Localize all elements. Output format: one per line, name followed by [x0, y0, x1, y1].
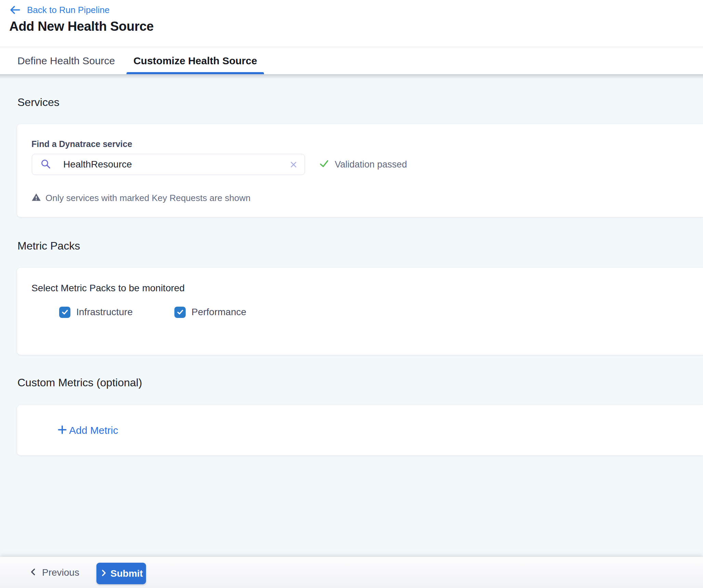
tab-list: Define Health Source Customize Health So… — [11, 47, 264, 74]
custom-metrics-card: Add Metric — [17, 405, 703, 455]
previous-button[interactable]: Previous — [29, 567, 79, 578]
checkbox-group-performance[interactable]: Performance — [174, 306, 246, 318]
back-arrow-icon — [9, 4, 21, 16]
metric-packs-card: Select Metric Packs to be monitored Infr… — [17, 268, 703, 355]
add-metric-button[interactable]: Add Metric — [57, 405, 118, 455]
page-header: Back to Run Pipeline Add New Health Sour… — [0, 0, 703, 47]
previous-button-label: Previous — [42, 567, 79, 578]
check-icon — [319, 159, 329, 170]
tab-define-health-source[interactable]: Define Health Source — [11, 47, 122, 74]
performance-label: Performance — [191, 307, 246, 318]
checkbox-group-infrastructure[interactable]: Infrastructure — [59, 306, 133, 318]
metric-packs-heading: Metric Packs — [17, 239, 80, 252]
chevron-left-icon — [29, 567, 38, 578]
select-metric-packs-label: Select Metric Packs to be monitored — [31, 282, 185, 294]
services-warning: Only services with marked Key Requests a… — [31, 191, 251, 205]
tab-customize-health-source[interactable]: Customize Health Source — [127, 47, 264, 74]
content-top-shadow — [0, 74, 703, 79]
plus-icon — [57, 425, 67, 436]
chevron-right-icon — [100, 569, 108, 578]
footer-bar: Previous Submit — [0, 557, 703, 588]
page-title: Add New Health Source — [9, 19, 154, 34]
validation-status: Validation passed — [319, 154, 407, 175]
submit-button[interactable]: Submit — [96, 563, 146, 584]
add-health-source-screen: Back to Run Pipeline Add New Health Sour… — [0, 0, 703, 588]
clear-search-icon[interactable] — [289, 160, 298, 169]
tab-bar: Define Health Source Customize Health So… — [0, 47, 703, 74]
services-heading: Services — [17, 96, 59, 109]
services-card: Find a Dynatrace service Validation pass… — [17, 124, 703, 217]
find-service-label: Find a Dynatrace service — [31, 138, 132, 149]
validation-text: Validation passed — [335, 159, 407, 170]
back-link-label: Back to Run Pipeline — [27, 5, 109, 15]
performance-checkbox[interactable] — [174, 307, 186, 318]
add-metric-label: Add Metric — [69, 425, 118, 436]
checkbox-check-icon — [61, 308, 69, 316]
service-search-box[interactable] — [32, 154, 305, 175]
warning-text: Only services with marked Key Requests a… — [45, 193, 251, 203]
search-icon — [40, 159, 51, 171]
custom-metrics-heading: Custom Metrics (optional) — [17, 376, 142, 389]
warning-icon — [31, 192, 41, 203]
service-search-input[interactable] — [63, 159, 285, 170]
infrastructure-label: Infrastructure — [76, 307, 133, 318]
submit-button-label: Submit — [110, 568, 143, 579]
checkbox-check-icon — [176, 308, 184, 316]
back-link[interactable]: Back to Run Pipeline — [9, 4, 109, 16]
infrastructure-checkbox[interactable] — [59, 307, 70, 318]
